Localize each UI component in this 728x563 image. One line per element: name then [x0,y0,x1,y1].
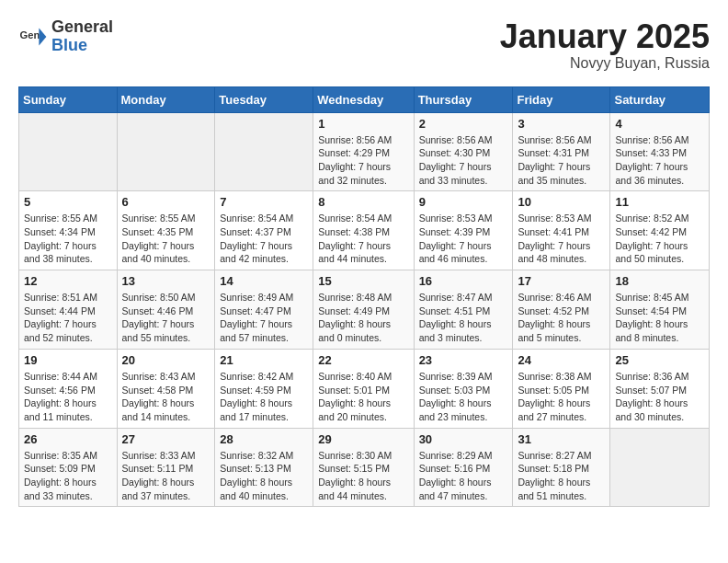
calendar-cell: 18Sunrise: 8:45 AMSunset: 4:54 PMDayligh… [610,270,710,350]
calendar-cell: 3Sunrise: 8:56 AMSunset: 4:31 PMDaylight… [513,112,610,191]
day-number: 18 [615,274,704,288]
calendar-cell: 22Sunrise: 8:40 AMSunset: 5:01 PMDayligh… [313,349,414,428]
calendar-cell: 25Sunrise: 8:36 AMSunset: 5:07 PMDayligh… [610,349,710,428]
day-info: Sunrise: 8:42 AMSunset: 4:59 PMDaylight:… [220,370,308,424]
calendar-cell: 28Sunrise: 8:32 AMSunset: 5:13 PMDayligh… [215,428,313,507]
calendar-cell: 15Sunrise: 8:48 AMSunset: 4:49 PMDayligh… [313,270,414,350]
day-info: Sunrise: 8:52 AMSunset: 4:42 PMDaylight:… [615,212,704,266]
day-number: 27 [122,432,210,446]
day-info: Sunrise: 8:36 AMSunset: 5:07 PMDaylight:… [615,370,704,424]
day-number: 3 [518,117,605,131]
day-info: Sunrise: 8:46 AMSunset: 4:52 PMDaylight:… [518,291,605,345]
header-day-saturday: Saturday [610,86,710,112]
day-info: Sunrise: 8:54 AMSunset: 4:38 PMDaylight:… [318,212,408,266]
day-info: Sunrise: 8:29 AMSunset: 5:16 PMDaylight:… [419,449,508,503]
day-number: 1 [318,117,408,131]
day-number: 21 [220,353,308,367]
calendar-cell: 31Sunrise: 8:27 AMSunset: 5:18 PMDayligh… [513,428,610,507]
calendar-cell: 9Sunrise: 8:53 AMSunset: 4:39 PMDaylight… [414,191,513,270]
week-row-1: 1Sunrise: 8:56 AMSunset: 4:29 PMDaylight… [19,112,710,191]
calendar-cell: 12Sunrise: 8:51 AMSunset: 4:44 PMDayligh… [19,270,118,350]
day-info: Sunrise: 8:50 AMSunset: 4:46 PMDaylight:… [122,291,210,345]
day-number: 11 [615,195,704,209]
header-day-thursday: Thursday [414,86,513,112]
calendar-cell [117,112,215,191]
day-number: 5 [24,195,112,209]
calendar-cell: 13Sunrise: 8:50 AMSunset: 4:46 PMDayligh… [117,270,215,350]
day-info: Sunrise: 8:39 AMSunset: 5:03 PMDaylight:… [419,370,508,424]
day-info: Sunrise: 8:32 AMSunset: 5:13 PMDaylight:… [220,449,308,503]
location: Novyy Buyan, Russia [500,55,710,72]
day-number: 31 [518,432,605,446]
day-info: Sunrise: 8:51 AMSunset: 4:44 PMDaylight:… [24,291,112,345]
calendar-cell: 4Sunrise: 8:56 AMSunset: 4:33 PMDaylight… [610,112,710,191]
logo: Gen General Blue [18,18,113,55]
day-number: 30 [419,432,508,446]
calendar-cell: 7Sunrise: 8:54 AMSunset: 4:37 PMDaylight… [215,191,313,270]
day-info: Sunrise: 8:49 AMSunset: 4:47 PMDaylight:… [220,291,308,345]
calendar-cell [610,428,710,507]
day-number: 16 [419,274,508,288]
day-number: 24 [518,353,605,367]
day-number: 7 [220,195,308,209]
logo-general: General [51,18,113,37]
calendar-header: SundayMondayTuesdayWednesdayThursdayFrid… [19,86,710,112]
day-info: Sunrise: 8:55 AMSunset: 4:34 PMDaylight:… [24,212,112,266]
week-row-5: 26Sunrise: 8:35 AMSunset: 5:09 PMDayligh… [19,428,710,507]
day-number: 28 [220,432,308,446]
calendar-cell: 6Sunrise: 8:55 AMSunset: 4:35 PMDaylight… [117,191,215,270]
calendar-cell: 26Sunrise: 8:35 AMSunset: 5:09 PMDayligh… [19,428,118,507]
day-number: 26 [24,432,112,446]
header-day-sunday: Sunday [19,86,118,112]
day-number: 17 [518,274,605,288]
header-day-monday: Monday [117,86,215,112]
day-info: Sunrise: 8:27 AMSunset: 5:18 PMDaylight:… [518,449,605,503]
day-info: Sunrise: 8:35 AMSunset: 5:09 PMDaylight:… [24,449,112,503]
day-number: 4 [615,117,704,131]
week-row-2: 5Sunrise: 8:55 AMSunset: 4:34 PMDaylight… [19,191,710,270]
calendar-cell: 10Sunrise: 8:53 AMSunset: 4:41 PMDayligh… [513,191,610,270]
day-number: 14 [220,274,308,288]
calendar-cell: 30Sunrise: 8:29 AMSunset: 5:16 PMDayligh… [414,428,513,507]
calendar-cell: 16Sunrise: 8:47 AMSunset: 4:51 PMDayligh… [414,270,513,350]
calendar-cell: 17Sunrise: 8:46 AMSunset: 4:52 PMDayligh… [513,270,610,350]
calendar-cell: 19Sunrise: 8:44 AMSunset: 4:56 PMDayligh… [19,349,118,428]
day-number: 25 [615,353,704,367]
calendar-cell: 23Sunrise: 8:39 AMSunset: 5:03 PMDayligh… [414,349,513,428]
calendar-cell: 20Sunrise: 8:43 AMSunset: 4:58 PMDayligh… [117,349,215,428]
svg-text:Gen: Gen [20,29,40,40]
day-number: 29 [318,432,408,446]
calendar-cell: 27Sunrise: 8:33 AMSunset: 5:11 PMDayligh… [117,428,215,507]
day-info: Sunrise: 8:48 AMSunset: 4:49 PMDaylight:… [318,291,408,345]
header-day-friday: Friday [513,86,610,112]
svg-marker-1 [39,28,46,45]
day-info: Sunrise: 8:30 AMSunset: 5:15 PMDaylight:… [318,449,408,503]
calendar-body: 1Sunrise: 8:56 AMSunset: 4:29 PMDaylight… [19,112,710,507]
calendar-cell: 5Sunrise: 8:55 AMSunset: 4:34 PMDaylight… [19,191,118,270]
day-info: Sunrise: 8:45 AMSunset: 4:54 PMDaylight:… [615,291,704,345]
week-row-4: 19Sunrise: 8:44 AMSunset: 4:56 PMDayligh… [19,349,710,428]
day-number: 13 [122,274,210,288]
header-day-wednesday: Wednesday [313,86,414,112]
calendar-cell: 24Sunrise: 8:38 AMSunset: 5:05 PMDayligh… [513,349,610,428]
day-info: Sunrise: 8:44 AMSunset: 4:56 PMDaylight:… [24,370,112,424]
day-info: Sunrise: 8:53 AMSunset: 4:41 PMDaylight:… [518,212,605,266]
day-number: 10 [518,195,605,209]
calendar-cell: 1Sunrise: 8:56 AMSunset: 4:29 PMDaylight… [313,112,414,191]
logo-text: General Blue [51,18,113,55]
day-number: 2 [419,117,508,131]
calendar-cell: 14Sunrise: 8:49 AMSunset: 4:47 PMDayligh… [215,270,313,350]
day-info: Sunrise: 8:40 AMSunset: 5:01 PMDaylight:… [318,370,408,424]
day-info: Sunrise: 8:56 AMSunset: 4:33 PMDaylight:… [615,133,704,188]
day-number: 20 [122,353,210,367]
day-number: 6 [122,195,210,209]
month-title: January 2025 [500,18,710,55]
day-number: 12 [24,274,112,288]
header-day-tuesday: Tuesday [215,86,313,112]
day-number: 22 [318,353,408,367]
week-row-3: 12Sunrise: 8:51 AMSunset: 4:44 PMDayligh… [19,270,710,350]
header: Gen General Blue January 2025 Novyy Buya… [18,18,710,72]
calendar-cell [19,112,118,191]
day-number: 8 [318,195,408,209]
day-number: 19 [24,353,112,367]
